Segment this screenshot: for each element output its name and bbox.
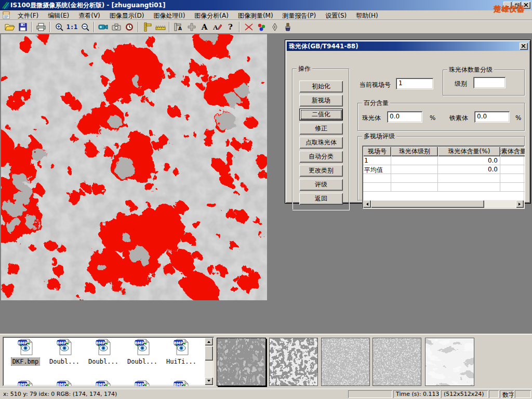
help-button[interactable]: ? bbox=[224, 21, 237, 33]
scroll-left-button[interactable] bbox=[363, 200, 371, 208]
grade-label: 级别 bbox=[455, 79, 467, 88]
file-name: Doubl... bbox=[48, 358, 81, 365]
menu-edit[interactable]: 编辑(E) bbox=[43, 11, 74, 20]
correct-button[interactable]: 修正 bbox=[299, 123, 343, 135]
current-field-input[interactable]: 1 bbox=[396, 78, 433, 89]
image-thumbnail[interactable] bbox=[373, 338, 421, 386]
status-empty-panel bbox=[489, 390, 499, 398]
image-thumbnail[interactable] bbox=[269, 338, 318, 386]
col-pearlite-content[interactable]: 珠光体含量(%) bbox=[438, 147, 500, 156]
menu-image-display[interactable]: 图像显示(D) bbox=[105, 11, 149, 20]
print-button[interactable] bbox=[34, 21, 47, 33]
document-icon[interactable] bbox=[3, 11, 11, 19]
table-row[interactable]: 平均值 0.0 bbox=[363, 165, 524, 174]
menu-measure-report[interactable]: 测量报告(P) bbox=[278, 11, 321, 20]
multifield-group-label: 多视场评级 bbox=[362, 132, 396, 140]
image-thumbnail[interactable] bbox=[217, 338, 266, 386]
menu-help[interactable]: 帮助(H) bbox=[351, 11, 382, 20]
rate-button[interactable]: 评级 bbox=[299, 179, 343, 191]
file-item[interactable]: BMP Doubl... bbox=[85, 339, 122, 365]
file-item[interactable]: BMP bbox=[163, 380, 200, 386]
table-row[interactable]: 1 0.0 bbox=[363, 156, 524, 165]
scroll-down-button[interactable] bbox=[205, 377, 213, 385]
zoom-out-button[interactable] bbox=[78, 21, 91, 33]
left-arrow-icon bbox=[365, 203, 368, 206]
vscroll-thumb[interactable] bbox=[205, 346, 213, 361]
video-camera-icon bbox=[98, 23, 109, 31]
change-class-button[interactable]: 更改类别 bbox=[299, 165, 343, 177]
new-field-button[interactable]: 新视场 bbox=[299, 95, 343, 107]
file-item[interactable]: BMP DKF.bmp bbox=[7, 339, 44, 365]
file-list-vscrollbar[interactable] bbox=[205, 338, 213, 385]
multifield-table[interactable]: 视场号 珠光体级别 珠光体含量(%) 铁素体含量(%) 1 0.0 平均值 0.… bbox=[362, 145, 525, 209]
dialog-close-button[interactable] bbox=[520, 43, 528, 50]
auto-classify-button[interactable]: 自动分类 bbox=[299, 151, 343, 163]
image-thumbnail[interactable] bbox=[321, 338, 370, 386]
menu-settings[interactable]: 设置(S) bbox=[321, 11, 351, 20]
image-thumbnail[interactable] bbox=[425, 338, 474, 386]
grade-input[interactable] bbox=[473, 77, 506, 88]
bmp-file-icon: BMP bbox=[173, 339, 190, 356]
timer-button[interactable] bbox=[123, 21, 136, 33]
open-button[interactable] bbox=[3, 21, 16, 33]
file-item[interactable]: BMP Doubl... bbox=[124, 339, 161, 365]
svg-text:BMP: BMP bbox=[57, 341, 66, 345]
status-empty-panel bbox=[348, 390, 392, 398]
zoom-out-icon bbox=[81, 23, 89, 31]
text-annotation-button[interactable]: A bbox=[198, 21, 211, 33]
col-ferrite-content[interactable]: 铁素体含量(%) bbox=[500, 147, 525, 156]
file-item[interactable]: BMP bbox=[124, 380, 161, 386]
curve-tool-button[interactable] bbox=[242, 21, 255, 33]
grid-button[interactable] bbox=[185, 21, 198, 33]
scroll-up-button[interactable] bbox=[205, 338, 213, 345]
bmp-file-icon: BMP bbox=[56, 339, 73, 356]
file-item[interactable]: BMP Doubl... bbox=[46, 339, 83, 365]
pen-tool-button[interactable] bbox=[268, 21, 281, 33]
menu-image-analysis[interactable]: 图像分析(A) bbox=[190, 11, 233, 20]
col-pearlite-grade[interactable]: 珠光体级别 bbox=[391, 147, 438, 156]
menu-image-process[interactable]: 图像处理(I) bbox=[149, 11, 190, 20]
file-item[interactable]: BMP bbox=[7, 380, 44, 386]
col-field-number[interactable]: 视场号 bbox=[363, 147, 391, 156]
zoom-in-button[interactable] bbox=[52, 21, 65, 33]
file-item[interactable]: BMP bbox=[85, 380, 122, 386]
hscroll-thumb[interactable] bbox=[371, 200, 484, 208]
ruler-measure-button[interactable] bbox=[154, 21, 167, 33]
classify-tool-button[interactable] bbox=[255, 21, 268, 33]
edit-annotation-button[interactable]: A bbox=[211, 21, 224, 33]
menu-view[interactable]: 查看(V) bbox=[74, 11, 105, 20]
specimen-image[interactable] bbox=[1, 34, 267, 300]
status-image-size: (512x512x24) bbox=[441, 390, 488, 398]
menu-image-measure[interactable]: 图像测量(M) bbox=[233, 11, 278, 20]
binarize-button[interactable]: 二值化 bbox=[299, 109, 343, 121]
scale-A-icon: A bbox=[174, 23, 183, 31]
pearlite-percent-input[interactable]: 0.0 bbox=[387, 111, 422, 123]
status-empty-panel bbox=[515, 390, 531, 398]
brush-tool-button[interactable] bbox=[281, 21, 294, 33]
menu-bar: 文件(F) 编辑(E) 查看(V) 图像显示(D) 图像处理(I) 图像分析(A… bbox=[0, 10, 532, 20]
save-button[interactable] bbox=[16, 21, 29, 33]
svg-text:A: A bbox=[213, 23, 218, 31]
ferrite-percent-input[interactable]: 0.0 bbox=[474, 111, 510, 123]
init-button[interactable]: 初始化 bbox=[299, 81, 343, 92]
return-button[interactable]: 返回 bbox=[299, 193, 343, 205]
pick-pearlite-button[interactable]: 点取珠光体 bbox=[299, 137, 343, 149]
svg-text:BMP: BMP bbox=[96, 341, 105, 345]
dialog-title-bar[interactable]: 珠光体(GB/T9441-88) bbox=[287, 42, 529, 51]
photo-capture-button[interactable] bbox=[110, 21, 123, 33]
file-list[interactable]: BMP DKF.bmp BMP Doubl... BMP Doubl... BM… bbox=[3, 337, 214, 386]
scale-text-button[interactable]: A bbox=[172, 21, 185, 33]
file-item[interactable]: BMP HuiTi... bbox=[163, 339, 200, 365]
photo-camera-icon bbox=[112, 23, 121, 31]
caliper-measure-button[interactable] bbox=[141, 21, 154, 33]
percent-group: 百分含量 珠光体 0.0 % 铁素体 0.0 % bbox=[357, 103, 525, 131]
video-capture-button[interactable] bbox=[97, 21, 110, 33]
file-item[interactable]: BMP bbox=[46, 380, 83, 386]
window-title: IS100显微摄像系统(金相分析版) - [zhuguangti01] bbox=[10, 1, 165, 10]
zoom-1to1-button[interactable]: 1:1 bbox=[65, 21, 78, 33]
svg-text:BMP: BMP bbox=[135, 341, 144, 345]
menu-file[interactable]: 文件(F) bbox=[13, 11, 43, 20]
table-hscrollbar[interactable] bbox=[363, 200, 524, 208]
scroll-right-button[interactable] bbox=[516, 200, 524, 208]
status-bar: x: 510 y: 79 idx: 0 RGB: (174, 174, 174)… bbox=[0, 389, 532, 399]
